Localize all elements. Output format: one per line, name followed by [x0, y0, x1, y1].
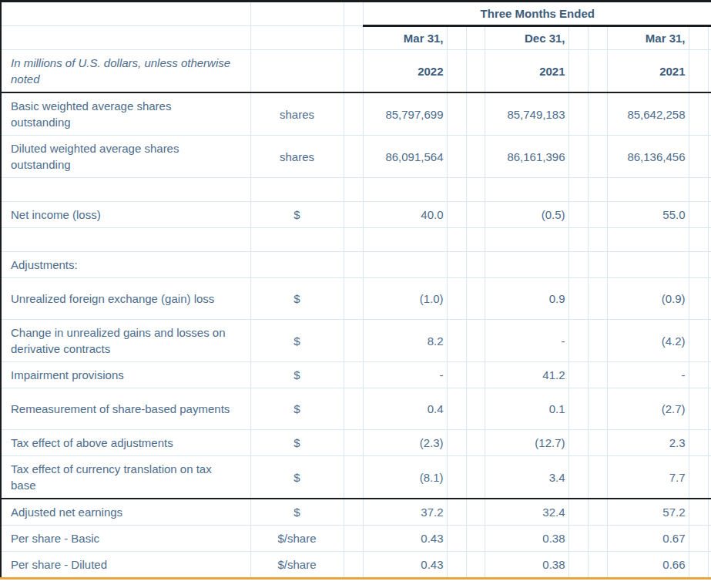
row-label: Impairment provisions [1, 362, 250, 388]
spacer-cell [689, 430, 708, 456]
row-value: 0.4 [363, 388, 447, 430]
spacer-cell [466, 388, 485, 430]
spacer-cell [344, 278, 363, 320]
row-value: (2.3) [363, 430, 447, 456]
spacer-cell [708, 388, 711, 430]
row-unit: $ [250, 430, 344, 456]
row-value [607, 228, 689, 252]
spacer-cell [588, 526, 607, 552]
row-value: (12.7) [485, 430, 568, 456]
spacer-cell [447, 388, 466, 430]
row-value: 2.3 [607, 430, 689, 456]
spacer-cell [568, 92, 588, 136]
spacer-cell [344, 430, 363, 456]
row-value: 0.43 [363, 552, 447, 579]
spacer-cell [447, 202, 466, 228]
spacer-cell [708, 26, 711, 50]
spacer-cell [588, 92, 607, 136]
row-value: 86,161,396 [485, 136, 568, 178]
spacer-cell [689, 228, 708, 252]
spacer-cell [588, 430, 607, 456]
spacer-cell [708, 92, 711, 136]
spacer-cell [447, 92, 466, 136]
spacer-cell [588, 456, 607, 499]
spacer-cell [344, 50, 363, 93]
table-row: Diluted weighted average shares outstand… [1, 136, 711, 178]
row-unit [250, 228, 344, 252]
row-value: 0.67 [607, 526, 689, 552]
spacer-cell [466, 136, 485, 178]
period-header: Mar 31, [363, 26, 447, 50]
spacer-cell [447, 430, 466, 456]
spacer-cell [344, 228, 363, 252]
row-label: Per share - Diluted [1, 552, 250, 579]
table-row: Impairment provisions$-41.2- [1, 362, 711, 388]
spacer-cell [588, 252, 607, 278]
spacer-cell [466, 252, 485, 278]
table-row: Per share - Diluted$/share0.430.380.66 [1, 552, 711, 579]
spacer-cell [568, 178, 588, 202]
row-unit [250, 252, 344, 278]
row-value: 85,642,258 [607, 92, 689, 136]
spacer-cell [466, 526, 485, 552]
row-value: - [607, 362, 689, 388]
spacer-cell [344, 388, 363, 430]
table-row: Tax effect of currency translation on ta… [1, 456, 711, 499]
spacer-cell [588, 499, 607, 526]
row-unit: $ [250, 278, 344, 320]
row-value: 40.0 [363, 202, 447, 228]
row-unit [250, 178, 344, 202]
table-row: Adjusted net earnings$37.232.457.2 [1, 499, 711, 526]
row-label: Change in unrealized gains and losses on… [1, 320, 250, 362]
spacer-cell [689, 499, 708, 526]
row-unit: shares [250, 92, 344, 136]
spacer-cell [568, 526, 588, 552]
spacer-cell [689, 26, 708, 50]
row-value: 85,797,699 [363, 92, 447, 136]
spacer-cell [689, 50, 708, 93]
row-label: Per share - Basic [1, 526, 250, 552]
spacer-cell [689, 388, 708, 430]
spacer-cell [588, 136, 607, 178]
spacer-cell [447, 320, 466, 362]
table-row: Net income (loss)$40.0(0.5)55.0 [1, 202, 711, 228]
row-unit: shares [250, 136, 344, 178]
row-value [363, 252, 447, 278]
spacer-cell [588, 228, 607, 252]
spacer-cell [344, 526, 363, 552]
row-value [363, 228, 447, 252]
row-value [485, 228, 568, 252]
row-unit: $ [250, 456, 344, 499]
spacer-cell [689, 252, 708, 278]
spacer-cell [466, 202, 485, 228]
row-unit: $ [250, 388, 344, 430]
row-label: Unrealized foreign exchange (gain) loss [1, 278, 250, 320]
period-header: Mar 31, [607, 26, 689, 50]
row-label: Tax effect of above adjustments [1, 430, 250, 456]
header-year-row: In millions of U.S. dollars, unless othe… [1, 50, 711, 93]
row-value: 86,091,564 [363, 136, 447, 178]
spacer-cell [344, 136, 363, 178]
row-unit: $ [250, 362, 344, 388]
row-value: 85,749,183 [485, 92, 568, 136]
spacer-cell [689, 202, 708, 228]
spacer-cell [708, 278, 711, 320]
spacer-cell [588, 362, 607, 388]
spacer-cell [708, 552, 711, 579]
spacer-cell [689, 552, 708, 579]
row-value: (0.9) [607, 278, 689, 320]
row-label [1, 178, 250, 202]
spacer-cell [447, 526, 466, 552]
spacer-cell [344, 2, 363, 26]
spacer-cell [689, 136, 708, 178]
spacer-cell [466, 320, 485, 362]
spacer-cell [588, 26, 607, 50]
spacer-cell [708, 362, 711, 388]
spacer-cell [568, 430, 588, 456]
table-row: Basic weighted average shares outstandin… [1, 92, 711, 136]
spacer-cell [568, 499, 588, 526]
spacer-cell [344, 362, 363, 388]
row-label: Tax effect of currency translation on ta… [1, 456, 250, 499]
row-value [363, 178, 447, 202]
spacer-cell [689, 178, 708, 202]
